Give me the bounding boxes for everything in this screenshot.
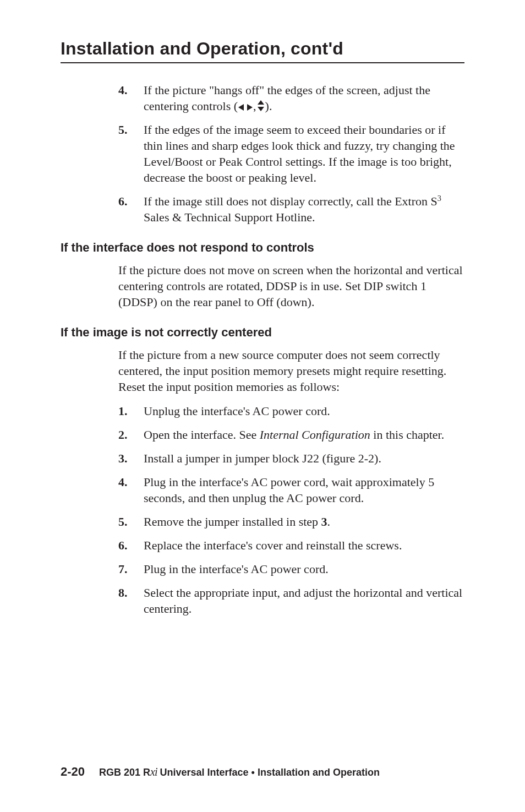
svg-marker-0 xyxy=(238,104,244,111)
list-number: 5. xyxy=(118,122,144,186)
list-number: 8. xyxy=(118,585,144,617)
list-text: If the image still does not display corr… xyxy=(144,193,464,225)
running-head: Installation and Operation, cont'd xyxy=(61,39,464,59)
list-number: 2. xyxy=(118,427,144,443)
paragraph: If the picture from a new source compute… xyxy=(118,347,464,395)
page-number: 2-20 xyxy=(61,765,85,779)
list-text: Remove the jumper installed in step 3. xyxy=(144,514,464,530)
page: Installation and Operation, cont'd 4.If … xyxy=(0,0,525,812)
reset-steps-list: 1.Unplug the interface's AC power cord.2… xyxy=(118,403,464,617)
bold-text: 3 xyxy=(321,515,327,528)
paragraph: If the picture does not move on screen w… xyxy=(118,262,464,310)
reset-steps-list-item: 2.Open the interface. See Internal Confi… xyxy=(118,427,464,443)
footer-rest: Universal Interface • Installation and O… xyxy=(157,767,380,778)
continued-list-item: 5.If the edges of the image seem to exce… xyxy=(118,122,464,186)
reset-steps-list-item: 1.Unplug the interface's AC power cord. xyxy=(118,403,464,419)
list-text: Plug in the interface's AC power cord, w… xyxy=(144,474,464,506)
list-number: 5. xyxy=(118,514,144,530)
reset-steps-list-item: 8.Select the appropriate input, and adju… xyxy=(118,585,464,617)
continued-list-item: 4.If the picture "hangs off" the edges o… xyxy=(118,82,464,114)
left-right-icon xyxy=(238,103,253,111)
list-text: Install a jumper in jumper block J22 (fi… xyxy=(144,450,464,466)
reset-steps-list-item: 3.Install a jumper in jumper block J22 (… xyxy=(118,450,464,466)
italic-text: Internal Configuration xyxy=(260,428,370,442)
list-text: If the edges of the image seem to exceed… xyxy=(144,122,464,186)
body-area: 4.If the picture "hangs off" the edges o… xyxy=(61,82,464,617)
list-number: 7. xyxy=(118,561,144,577)
list-text: If the picture "hangs off" the edges of … xyxy=(144,82,464,114)
list-text: Replace the interface's cover and reinst… xyxy=(144,537,464,553)
list-number: 6. xyxy=(118,193,144,225)
svg-marker-1 xyxy=(247,104,253,111)
reset-steps-list-item: 4.Plug in the interface's AC power cord,… xyxy=(118,474,464,506)
list-text: Open the interface. See Internal Configu… xyxy=(144,427,464,443)
list-text: Select the appropriate input, and adjust… xyxy=(144,585,464,617)
subhead-not-centered: If the image is not correctly centered xyxy=(61,324,464,340)
footer-text: RGB 201 Rxi Universal Interface • Instal… xyxy=(99,766,380,778)
footer-product-prefix: RGB 201 R xyxy=(99,767,150,778)
list-text: Plug in the interface's AC power cord. xyxy=(144,561,464,577)
reset-steps-list-item: 6.Replace the interface's cover and rein… xyxy=(118,537,464,553)
reset-steps-list-item: 5.Remove the jumper installed in step 3. xyxy=(118,514,464,530)
list-text: Unplug the interface's AC power cord. xyxy=(144,403,464,419)
svg-marker-3 xyxy=(258,107,264,111)
up-down-icon xyxy=(257,100,265,111)
reset-steps-list-item: 7.Plug in the interface's AC power cord. xyxy=(118,561,464,577)
subhead-no-respond: If the interface does not respond to con… xyxy=(61,239,464,255)
superscript: 3 xyxy=(438,194,441,203)
head-rule xyxy=(61,62,464,63)
list-number: 3. xyxy=(118,450,144,466)
continued-list-item: 6.If the image still does not display co… xyxy=(118,193,464,225)
list-number: 6. xyxy=(118,537,144,553)
footer: 2-20 RGB 201 Rxi Universal Interface • I… xyxy=(61,765,464,779)
continued-list: 4.If the picture "hangs off" the edges o… xyxy=(118,82,464,225)
svg-marker-2 xyxy=(258,100,264,105)
list-number: 4. xyxy=(118,82,144,114)
list-number: 1. xyxy=(118,403,144,419)
footer-product-script: xi xyxy=(150,766,157,778)
list-number: 4. xyxy=(118,474,144,506)
